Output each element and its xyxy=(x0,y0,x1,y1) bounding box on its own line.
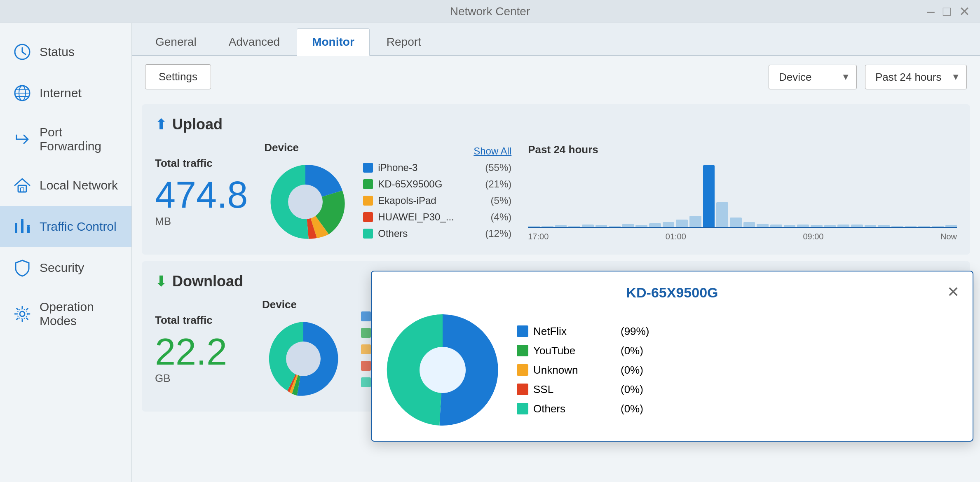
close-button[interactable]: ✕ xyxy=(959,4,970,19)
show-all-button[interactable]: Show All xyxy=(474,145,511,157)
bar-segment xyxy=(703,165,715,227)
popup-pie-chart xyxy=(385,312,500,428)
toolbar: Settings Device Application ▼ Past 24 ho… xyxy=(132,56,980,98)
legend-pct-others: (12%) xyxy=(485,228,511,239)
download-arrow-icon: ⬇ xyxy=(155,273,167,290)
device-detail-popup: KD-65X9500G ✕ xyxy=(371,271,973,442)
svg-rect-11 xyxy=(15,223,17,225)
chart-time-1700: 17:00 xyxy=(528,232,549,241)
sidebar-item-internet[interactable]: Internet xyxy=(0,73,131,114)
svg-point-18 xyxy=(288,185,323,219)
legend-dot-youtube xyxy=(517,345,528,356)
tab-advanced[interactable]: Advanced xyxy=(213,28,295,55)
legend-item-kd: KD-65X9500G (21%) xyxy=(363,178,511,190)
popup-title: KD-65X9500G xyxy=(626,285,718,301)
upload-pie-chart xyxy=(264,161,347,243)
titlebar: Network Center – □ ✕ xyxy=(0,0,980,23)
popup-legend-ssl: SSL (0%) xyxy=(517,383,649,396)
main-content: General Advanced Monitor Report Settings… xyxy=(132,23,980,482)
window-title: Network Center xyxy=(450,5,530,18)
legend-name-others: Others xyxy=(378,228,480,239)
svg-rect-8 xyxy=(18,185,26,192)
legend-pct-huawei: (4%) xyxy=(491,211,512,223)
arrow-icon xyxy=(13,130,31,148)
upload-chart-area: Past 24 hours 17:00 01:00 09:00 Now xyxy=(528,143,957,241)
svg-rect-15 xyxy=(27,225,30,227)
sidebar-item-security-label: Security xyxy=(40,261,84,275)
svg-point-20 xyxy=(420,347,466,393)
upload-legend-area: Show All iPhone-3 (55%) KD-65X9500G xyxy=(363,145,511,239)
legend-pct-ssl: (0%) xyxy=(621,383,643,396)
legend-dot-dl-iphone xyxy=(361,344,371,354)
legend-dot-others xyxy=(363,229,373,239)
popup-content: NetFlix (99%) YouTube (0%) Unknown xyxy=(385,312,959,428)
svg-rect-12 xyxy=(21,221,23,233)
sidebar: Status Internet Port Forwarding xyxy=(0,23,132,482)
tab-monitor[interactable]: Monitor xyxy=(297,28,370,56)
sidebar-item-port-forwarding[interactable]: Port Forwarding xyxy=(0,114,131,165)
legend-dot-ssl xyxy=(517,384,528,395)
legend-dot-dl-others xyxy=(361,377,371,387)
legend-pct-unknown: (0%) xyxy=(621,364,643,377)
popup-legend-unknown: Unknown (0%) xyxy=(517,364,649,377)
tab-report[interactable]: Report xyxy=(371,28,436,55)
download-device-label: Device xyxy=(262,298,345,311)
upload-bar-chart xyxy=(528,161,957,227)
timerange-select[interactable]: Past 24 hours Past 7 days Past 30 days xyxy=(865,65,967,89)
sidebar-item-local-network-label: Local Network xyxy=(40,178,118,192)
device-select[interactable]: Device Application xyxy=(769,65,857,89)
legend-pct-youtube: (0%) xyxy=(621,344,643,357)
tab-general[interactable]: General xyxy=(140,28,212,55)
legend-name-iphone: iPhone-3 xyxy=(378,162,480,173)
bar-segment xyxy=(716,202,728,227)
upload-device-section: Device xyxy=(264,141,347,243)
legend-item-others: Others (12%) xyxy=(363,228,511,239)
legend-dot-dl-kd xyxy=(361,311,371,321)
maximize-button[interactable]: □ xyxy=(943,4,951,19)
equalizer-icon xyxy=(13,218,31,236)
upload-total-value: 474.8 xyxy=(155,176,248,213)
chart-time-0100: 01:00 xyxy=(666,232,686,241)
sidebar-item-traffic-control-label: Traffic Control xyxy=(40,220,117,234)
upload-device-label: Device xyxy=(264,141,347,154)
download-total: Total traffic 22.2 GB xyxy=(155,314,246,385)
legend-name-popup-others: Others xyxy=(533,402,616,415)
legend-pct-ipad: (5%) xyxy=(491,195,512,206)
legend-dot-iphone xyxy=(363,163,373,173)
legend-name-kd: KD-65X9500G xyxy=(378,178,480,190)
bar-segment xyxy=(649,223,661,227)
legend-pct-popup-others: (0%) xyxy=(621,402,643,415)
popup-legend-popup-others: Others (0%) xyxy=(517,402,649,415)
upload-section: ⬆ Upload Total traffic 474.8 MB Device xyxy=(142,104,970,255)
sidebar-item-status-label: Status xyxy=(40,45,75,59)
legend-pct-kd: (21%) xyxy=(485,178,511,190)
settings-button[interactable]: Settings xyxy=(145,64,211,89)
timerange-select-wrap: Past 24 hours Past 7 days Past 30 days ▼ xyxy=(865,65,967,89)
sidebar-item-operation-modes[interactable]: Operation Modes xyxy=(0,288,131,339)
upload-total-label: Total traffic xyxy=(155,157,248,170)
bar-segment xyxy=(757,224,769,227)
sidebar-item-operation-modes-label: Operation Modes xyxy=(40,300,118,328)
chart-time-0900: 09:00 xyxy=(803,232,823,241)
clock-icon xyxy=(13,43,31,61)
minimize-button[interactable]: – xyxy=(927,4,935,19)
shield-icon xyxy=(13,259,31,277)
home-icon xyxy=(13,176,31,194)
popup-close-button[interactable]: ✕ xyxy=(947,285,959,299)
sidebar-item-status[interactable]: Status xyxy=(0,31,131,73)
upload-chart-xaxis: 17:00 01:00 09:00 Now xyxy=(528,232,957,241)
sidebar-item-traffic-control[interactable]: Traffic Control xyxy=(0,206,131,247)
popup-legend-youtube: YouTube (0%) xyxy=(517,344,649,357)
sidebar-item-security[interactable]: Security xyxy=(0,247,131,288)
sidebar-item-local-network[interactable]: Local Network xyxy=(0,165,131,206)
upload-header: ⬆ Upload xyxy=(155,116,957,133)
upload-title: Upload xyxy=(172,116,223,133)
chart-time-now: Now xyxy=(940,232,957,241)
legend-dot-popup-others xyxy=(517,403,528,414)
svg-rect-10 xyxy=(15,225,17,233)
download-device-section: Device xyxy=(262,298,345,400)
bar-segment xyxy=(622,224,634,227)
upload-total: Total traffic 474.8 MB xyxy=(155,157,248,228)
tab-bar: General Advanced Monitor Report xyxy=(132,23,980,56)
upload-total-unit: MB xyxy=(155,215,248,228)
